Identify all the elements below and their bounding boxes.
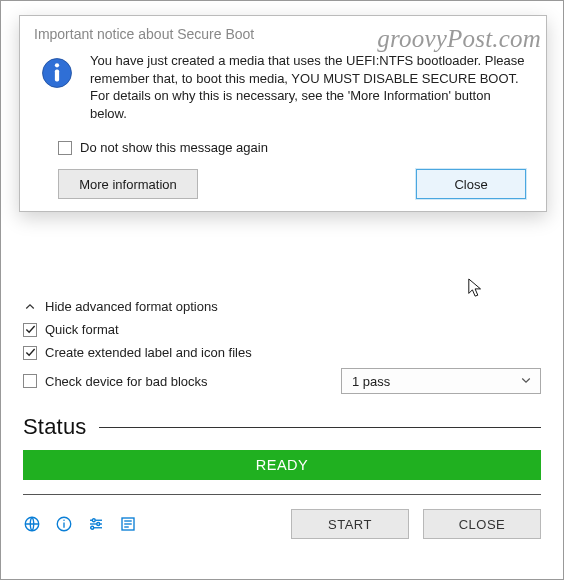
svg-point-8 bbox=[97, 523, 100, 526]
more-information-label: More information bbox=[79, 177, 177, 192]
dialog-body-text: You have just created a media that uses … bbox=[90, 52, 526, 122]
bad-blocks-pass-value: 1 pass bbox=[352, 374, 390, 389]
bad-blocks-checkbox[interactable] bbox=[23, 374, 37, 388]
bad-blocks-label: Check device for bad blocks bbox=[45, 374, 208, 389]
quick-format-label: Quick format bbox=[45, 322, 119, 337]
dialog-body-line2: For details on why this is necessary, se… bbox=[90, 87, 526, 122]
chevron-up-icon bbox=[23, 300, 37, 314]
secure-boot-dialog: Important notice about Secure Boot You h… bbox=[19, 15, 547, 212]
info-icon bbox=[40, 56, 74, 90]
dialog-title: Important notice about Secure Boot bbox=[20, 16, 546, 46]
advanced-header-label: Hide advanced format options bbox=[45, 299, 218, 314]
bad-blocks-pass-select[interactable]: 1 pass bbox=[341, 368, 541, 394]
dialog-close-label: Close bbox=[454, 177, 487, 192]
bottom-row: START CLOSE bbox=[23, 509, 541, 539]
dialog-close-button[interactable]: Close bbox=[416, 169, 526, 199]
chevron-down-icon bbox=[520, 374, 534, 388]
status-bar: READY bbox=[23, 450, 541, 480]
extended-label-label: Create extended label and icon files bbox=[45, 345, 252, 360]
start-button[interactable]: START bbox=[291, 509, 409, 539]
dont-show-checkbox[interactable] bbox=[58, 141, 72, 155]
bad-blocks-row: Check device for bad blocks 1 pass bbox=[23, 364, 541, 398]
status-rule bbox=[99, 427, 541, 428]
status-header: Status bbox=[23, 414, 541, 440]
dialog-body-line1: You have just created a media that uses … bbox=[90, 52, 526, 87]
sliders-icon[interactable] bbox=[87, 515, 105, 533]
globe-icon[interactable] bbox=[23, 515, 41, 533]
start-label: START bbox=[328, 517, 372, 532]
more-information-button[interactable]: More information bbox=[58, 169, 198, 199]
log-icon[interactable] bbox=[119, 515, 137, 533]
divider bbox=[23, 494, 541, 495]
status-state: READY bbox=[256, 457, 308, 473]
close-button[interactable]: CLOSE bbox=[423, 509, 541, 539]
svg-point-3 bbox=[63, 520, 65, 522]
extended-label-row: Create extended label and icon files bbox=[23, 341, 541, 364]
svg-rect-16 bbox=[55, 70, 59, 82]
status-title: Status bbox=[23, 414, 87, 440]
dont-show-label: Do not show this message again bbox=[80, 140, 268, 155]
info-small-icon[interactable] bbox=[55, 515, 73, 533]
action-buttons: START CLOSE bbox=[291, 509, 541, 539]
toolbar-icons bbox=[23, 515, 137, 533]
close-label: CLOSE bbox=[459, 517, 506, 532]
extended-label-checkbox[interactable] bbox=[23, 346, 37, 360]
toggle-advanced-format[interactable]: Hide advanced format options bbox=[23, 295, 541, 318]
svg-point-7 bbox=[92, 519, 95, 522]
quick-format-row: Quick format bbox=[23, 318, 541, 341]
svg-point-9 bbox=[91, 526, 94, 529]
svg-point-15 bbox=[55, 63, 59, 67]
quick-format-checkbox[interactable] bbox=[23, 323, 37, 337]
